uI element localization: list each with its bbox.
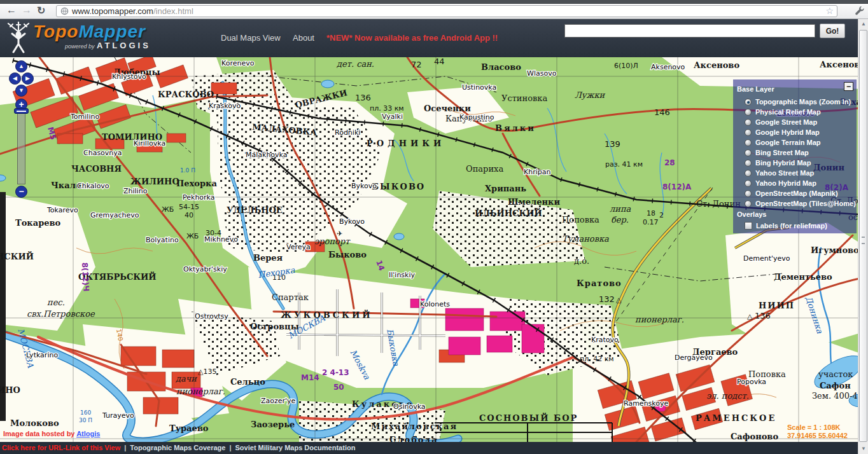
footer-link[interactable]: Topographic Maps Coverage — [130, 444, 225, 451]
map-label: ЧАСОВНЯ — [71, 164, 122, 174]
map-label: Кратово — [577, 279, 622, 288]
zoom-slider-track[interactable] — [17, 109, 25, 184]
footer-link[interactable]: Soviet Military Maps Documentation — [235, 444, 356, 451]
pan-left-button[interactable]: ◀ — [9, 72, 21, 85]
logo-powered-by: powered by — [65, 43, 95, 50]
base-layer-option[interactable]: Google Hybrid Map — [745, 127, 856, 137]
map-label: △ — [616, 296, 622, 304]
map-label: 72 — [411, 60, 422, 69]
vertical-scrollbar[interactable]: ▲ ▼ — [858, 19, 868, 454]
map-label: 8(12)А — [662, 182, 692, 191]
map-label: Молоково — [10, 418, 59, 428]
overlay-option[interactable]: Labels (for reliefmap) — [745, 221, 827, 231]
base-layer-option[interactable]: Physical Relief Map — [745, 107, 856, 117]
radio-icon[interactable] — [745, 129, 752, 136]
pan-right-button[interactable]: ▶ — [22, 72, 34, 85]
map-label: 160 — [80, 409, 91, 416]
map-label: Зем. 400-4 — [812, 391, 858, 401]
map-label: Dement'yevo — [743, 254, 790, 263]
base-layer-label: Topographic Maps (Zoom In) — [755, 98, 851, 106]
base-layer-option[interactable]: Topographic Maps (Zoom In) — [745, 97, 856, 107]
map-label: Tokarevo — [46, 206, 78, 214]
map-label: 18 — [647, 209, 655, 217]
map-label: 146 — [654, 107, 670, 117]
radio-icon[interactable] — [745, 109, 752, 116]
map-label: Вялки — [495, 123, 536, 133]
map-label: Михайловская — [371, 422, 458, 431]
nav-dual-maps-view[interactable]: Dual Maps View — [221, 33, 281, 43]
radio-icon[interactable] — [745, 139, 752, 146]
map-attribution: Image data hosted by Atlogis — [3, 430, 100, 437]
map-label: 0.17 — [643, 218, 659, 226]
base-layer-option[interactable]: Google Terrain Map — [745, 137, 856, 148]
zoom-slider-handle[interactable] — [14, 108, 29, 114]
scroll-up-arrow-icon[interactable]: ▲ — [858, 19, 868, 29]
base-layer-option[interactable]: Yahoo Hybrid Map — [745, 178, 856, 188]
map-label: пес. — [47, 298, 65, 307]
base-layer-option[interactable]: Yahoo Street Map — [745, 168, 856, 178]
base-layer-option[interactable]: Bing Hybrid Map — [745, 158, 856, 168]
radio-icon[interactable] — [745, 170, 752, 177]
base-layer-option[interactable]: Google Street Map — [745, 117, 856, 127]
map-label: ЖИЛИНО — [130, 177, 179, 186]
map-label: ЖБ — [162, 205, 174, 214]
base-layer-label: OpenStreetMap (Mapnik) — [755, 189, 838, 197]
scroll-down-arrow-icon[interactable]: ▼ — [858, 444, 868, 454]
base-layer-option[interactable]: OpenStreetMap (Tiles@Home) — [745, 198, 856, 209]
footer-link[interactable]: Click here for URL-Link of this View — [2, 444, 120, 451]
nav-about[interactable]: About — [293, 33, 314, 43]
radio-icon[interactable] — [745, 160, 752, 167]
logo-wordmark[interactable]: TopoMapper — [33, 22, 146, 42]
forward-icon[interactable]: → — [22, 4, 32, 16]
panel-minimize-button[interactable]: − — [844, 82, 853, 91]
map-label: эропорт — [314, 237, 351, 246]
map-label: Tomilino — [70, 113, 99, 121]
base-layer-option[interactable]: OpenStreetMap (Mapnik) — [745, 188, 856, 198]
go-button[interactable]: Go! — [820, 24, 845, 38]
back-icon[interactable]: ← — [6, 4, 17, 16]
radio-icon[interactable] — [745, 149, 752, 156]
search-input[interactable] — [564, 24, 815, 38]
map-label: Turayevo — [102, 411, 134, 420]
coords-text: 37.91465 55.60442 — [787, 432, 848, 440]
map-label: БЫКОВО — [372, 182, 425, 191]
base-layer-label: Google Hybrid Map — [755, 128, 820, 136]
map-label: Gremyachevo — [90, 211, 139, 219]
base-layer-option[interactable]: Bing Street Map — [745, 148, 856, 158]
wrench-menu-icon[interactable] — [855, 6, 864, 18]
pan-up-button[interactable]: ▲ — [15, 60, 27, 72]
map-label: Rodniki — [335, 128, 360, 137]
map-label: УДЕЛЬНОЕ — [227, 205, 283, 215]
radio-icon[interactable] — [745, 119, 752, 126]
zoom-out-button[interactable]: − — [15, 186, 27, 198]
base-layer-label: Yahoo Street Map — [755, 169, 814, 177]
map-label: Kapustino — [459, 113, 494, 121]
map-label: свх.Петровское — [27, 309, 95, 319]
map-label: Лужки — [575, 90, 606, 100]
map-label: Сафон — [820, 381, 851, 390]
map-label: пионерлаг. — [635, 315, 684, 324]
footer-separator: | — [229, 444, 231, 451]
bookmark-star-icon[interactable]: ☆ — [825, 6, 834, 16]
atlogis-link[interactable]: Atlogis — [76, 430, 100, 437]
pan-down-button[interactable]: ▼ — [15, 85, 27, 97]
map-label: КРАСКОВО — [158, 90, 214, 99]
url-host: www.topomapper.com — [72, 6, 153, 16]
radio-icon[interactable] — [745, 190, 752, 197]
announcement-text[interactable]: *NEW* Now available as free Android App … — [326, 33, 498, 43]
map-label: △ — [747, 312, 753, 320]
map-viewport[interactable]: ЛюберцыКРАСКОВОТОМИЛИНОЧАСОВНЯЖИЛИНОПехо… — [0, 57, 868, 442]
map-label: Ustinovka — [462, 83, 496, 92]
radio-icon[interactable] — [745, 99, 752, 106]
address-bar[interactable]: www.topomapper.com/index.html ☆ — [56, 5, 837, 17]
radio-icon[interactable] — [745, 180, 752, 187]
reload-icon[interactable]: ↻ — [37, 4, 45, 17]
overlay-list: Labels (for reliefmap) — [745, 221, 827, 231]
map-label: Zaozer'ye — [261, 397, 296, 405]
map-label: Chkalovo — [77, 182, 109, 190]
checkbox-icon[interactable] — [745, 222, 752, 230]
map-label: 2 4-13 — [322, 368, 349, 377]
radio-icon[interactable] — [745, 200, 752, 207]
scrollbar-thumb[interactable] — [859, 30, 867, 442]
map-label: Слобода — [389, 435, 438, 442]
